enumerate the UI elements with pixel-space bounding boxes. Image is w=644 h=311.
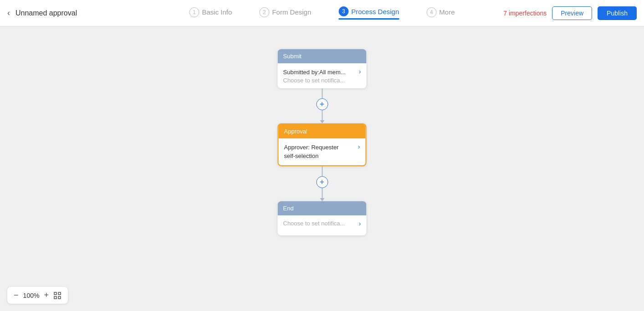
end-node[interactable]: End Choose to set notifica... › bbox=[278, 201, 367, 235]
connector-line-bottom-1 bbox=[322, 110, 322, 120]
submit-line1: Submitted by:All mem... bbox=[283, 68, 357, 77]
tab-process-design[interactable]: 3 Process Design bbox=[338, 6, 399, 20]
end-line1: Choose to set notifica... bbox=[283, 220, 357, 227]
flow-container: Submit Submitted by:All mem... Choose to… bbox=[278, 49, 367, 235]
nav-tabs: 1 Basic Info 2 Form Design 3 Process Des… bbox=[189, 6, 455, 20]
add-node-button-1[interactable]: + bbox=[316, 98, 328, 110]
tab-more[interactable]: 4 More bbox=[426, 7, 455, 19]
tab-step-3: 3 bbox=[338, 6, 348, 16]
submit-node[interactable]: Submit Submitted by:All mem... Choose to… bbox=[278, 49, 367, 88]
tab-form-design[interactable]: 2 Form Design bbox=[259, 7, 311, 19]
approval-line1: Approver: Requester bbox=[284, 143, 356, 152]
approval-node-text: Approver: Requester self-selection bbox=[284, 143, 356, 161]
end-node-body[interactable]: Choose to set notifica... › bbox=[278, 215, 367, 235]
process-canvas: Submit Submitted by:All mem... Choose to… bbox=[0, 26, 644, 311]
tab-more-label: More bbox=[439, 8, 455, 16]
approval-node-body[interactable]: Approver: Requester self-selection › bbox=[279, 138, 366, 165]
zoom-level: 100% bbox=[23, 292, 40, 299]
connector-1: + bbox=[313, 88, 331, 123]
imperfections-badge[interactable]: 7 imperfections bbox=[503, 10, 547, 17]
zoom-in-button[interactable]: + bbox=[44, 291, 49, 300]
connector-line-bottom-2 bbox=[322, 188, 322, 198]
approval-node[interactable]: Approval Approver: Requester self-select… bbox=[278, 123, 367, 166]
approval-node-header: Approval bbox=[279, 124, 366, 138]
submit-line2: Choose to set notifica... bbox=[283, 77, 357, 84]
zoom-fit-button[interactable] bbox=[53, 291, 61, 300]
connector-line-top-2 bbox=[322, 166, 322, 176]
tab-form-design-label: Form Design bbox=[272, 8, 311, 16]
header: ‹ Unnamed approval 1 Basic Info 2 Form D… bbox=[0, 0, 644, 26]
arrow-down-1 bbox=[320, 120, 324, 123]
end-node-text: Choose to set notifica... bbox=[283, 220, 357, 227]
svg-rect-1 bbox=[58, 292, 61, 295]
tab-step-4: 4 bbox=[426, 7, 436, 17]
back-arrow-icon: ‹ bbox=[7, 8, 10, 18]
zoom-controls: − 100% + bbox=[7, 287, 68, 304]
tab-process-design-label: Process Design bbox=[351, 8, 399, 15]
submit-node-header: Submit bbox=[278, 49, 367, 63]
submit-chevron-icon: › bbox=[359, 68, 361, 75]
submit-node-body[interactable]: Submitted by:All mem... Choose to set no… bbox=[278, 63, 367, 88]
connector-2: + bbox=[313, 166, 331, 201]
zoom-in-icon: + bbox=[44, 291, 49, 300]
publish-button[interactable]: Publish bbox=[598, 6, 637, 20]
connector-line-top-1 bbox=[322, 88, 322, 98]
app-title: Unnamed approval bbox=[15, 9, 77, 17]
zoom-fit-icon bbox=[53, 291, 61, 300]
tab-basic-info-label: Basic Info bbox=[202, 8, 232, 16]
approval-chevron-icon: › bbox=[358, 143, 360, 150]
approval-line2: self-selection bbox=[284, 152, 356, 161]
zoom-out-icon: − bbox=[14, 291, 19, 300]
tab-step-2: 2 bbox=[259, 7, 269, 17]
arrow-down-2 bbox=[320, 198, 324, 201]
end-chevron-icon: › bbox=[359, 220, 361, 227]
submit-node-text: Submitted by:All mem... Choose to set no… bbox=[283, 68, 357, 84]
add-node-button-2[interactable]: + bbox=[316, 176, 328, 188]
end-node-header: End bbox=[278, 201, 367, 215]
tab-basic-info[interactable]: 1 Basic Info bbox=[189, 7, 232, 19]
preview-button[interactable]: Preview bbox=[552, 6, 592, 20]
back-button[interactable]: ‹ bbox=[7, 8, 10, 18]
svg-rect-3 bbox=[58, 296, 61, 299]
svg-rect-0 bbox=[54, 292, 56, 295]
tab-step-1: 1 bbox=[189, 7, 199, 17]
header-right: 7 imperfections Preview Publish bbox=[503, 6, 637, 20]
svg-rect-2 bbox=[54, 296, 56, 299]
zoom-out-button[interactable]: − bbox=[14, 291, 19, 300]
